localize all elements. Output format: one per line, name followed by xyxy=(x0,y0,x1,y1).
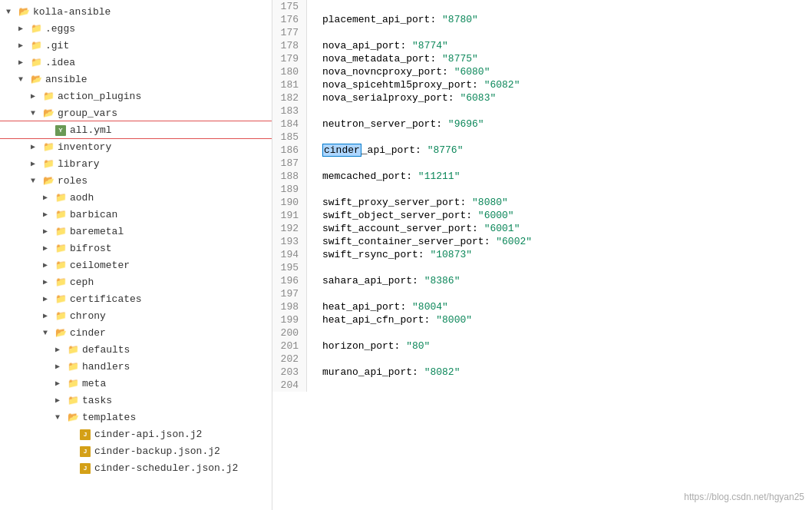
line-content: placement_api_port: "8780" xyxy=(307,13,812,26)
tree-item-baremetal[interactable]: ▶baremetal xyxy=(0,223,272,240)
value-text: "8004" xyxy=(412,301,448,313)
tree-item-ansible[interactable]: ▼ansible xyxy=(0,71,272,88)
code-line-178: 178nova_api_port: "8774" xyxy=(272,39,812,52)
tree-arrow: ▼ xyxy=(6,8,17,16)
tree-label: library xyxy=(58,158,100,170)
key-text: memcached_port: xyxy=(322,171,418,182)
tree-label: aodh xyxy=(70,192,94,204)
tree-item-ceph[interactable]: ▶ceph xyxy=(0,273,272,290)
code-line-203: 203murano_api_port: "8082" xyxy=(272,366,812,379)
tree-arrow: ▶ xyxy=(43,210,54,219)
tree-item-barbican[interactable]: ▶barbican xyxy=(0,206,272,223)
value-text: "8000" xyxy=(436,314,472,326)
tree-arrow: ▶ xyxy=(18,58,29,67)
folder-icon xyxy=(66,361,80,373)
folder-icon xyxy=(54,192,68,204)
tree-arrow: ▶ xyxy=(18,41,29,50)
line-content xyxy=(307,353,812,366)
tree-item-idea[interactable]: ▶.idea xyxy=(0,54,272,71)
line-content xyxy=(307,261,812,274)
value-text: "6083" xyxy=(460,92,496,104)
code-line-197: 197 xyxy=(272,287,812,300)
line-number: 177 xyxy=(272,26,307,39)
tree-item-templates[interactable]: ▼templates xyxy=(0,409,272,426)
tree-item-action_plugins[interactable]: ▶action_plugins xyxy=(0,88,272,104)
tree-item-tasks[interactable]: ▶tasks xyxy=(0,392,272,409)
line-number: 185 xyxy=(272,131,307,144)
key-text: swift_object_server_port: xyxy=(322,210,478,221)
folder-icon xyxy=(66,378,80,389)
line-content: horizon_port: "80" xyxy=(307,339,812,353)
tree-arrow: ▶ xyxy=(31,142,41,151)
tree-item-meta[interactable]: ▶meta xyxy=(0,375,272,392)
line-content: swift_container_server_port: "6002" xyxy=(307,235,812,248)
tree-item-ceilometer[interactable]: ▶ceilometer xyxy=(0,257,272,273)
tree-item-certificates[interactable]: ▶certificates xyxy=(0,290,272,307)
tree-item-chrony[interactable]: ▶chrony xyxy=(0,307,272,324)
key-text: nova_serialproxy_port: xyxy=(322,92,460,104)
code-panel[interactable]: 175 176placement_api_port: "8780"177 178… xyxy=(272,0,812,510)
tree-label: certificates xyxy=(70,293,142,305)
line-content: nova_serialproxy_port: "6083" xyxy=(307,91,812,104)
key-text: heat_api_cfn_port: xyxy=(322,314,436,326)
folder-icon xyxy=(29,74,43,85)
tree-item-roles[interactable]: ▼roles xyxy=(0,172,272,189)
tree-item-cinder-backup.json.j2[interactable]: cinder-backup.json.j2 xyxy=(0,442,272,459)
line-content: swift_account_server_port: "6001" xyxy=(307,222,812,235)
tree-arrow: ▶ xyxy=(43,243,54,253)
tree-arrow: ▼ xyxy=(31,177,41,185)
tree-item-group_vars[interactable]: ▼group_vars xyxy=(0,104,272,121)
tree-arrow: ▶ xyxy=(55,379,66,388)
line-number: 194 xyxy=(272,248,307,261)
folder-icon xyxy=(41,91,55,102)
folder-icon xyxy=(54,277,68,288)
code-line-194: 194swift_rsync_port: "10873" xyxy=(272,248,812,261)
line-number: 176 xyxy=(272,13,307,26)
tree-item-git[interactable]: ▶.git xyxy=(0,37,272,54)
key-text: heat_api_port: xyxy=(322,301,412,313)
tree-arrow: ▶ xyxy=(55,345,66,354)
line-number: 198 xyxy=(272,300,307,313)
tree-item-defaults[interactable]: ▶defaults xyxy=(0,341,272,358)
line-number: 204 xyxy=(272,379,307,392)
tree-label: barbican xyxy=(70,209,117,220)
line-content xyxy=(307,379,812,392)
line-number: 182 xyxy=(272,91,307,104)
code-line-200: 200 xyxy=(272,326,812,339)
line-number: 203 xyxy=(272,366,307,379)
tree-arrow: ▶ xyxy=(31,159,41,168)
tree-label: inventory xyxy=(58,141,111,153)
value-text: "10873" xyxy=(430,249,472,260)
tree-item-all.yml[interactable]: all.yml xyxy=(0,121,272,138)
value-text: "11211" xyxy=(418,171,460,182)
value-text: "8774" xyxy=(412,40,448,51)
tree-arrow: ▶ xyxy=(55,396,66,405)
code-line-188: 188memcached_port: "11211" xyxy=(272,170,812,183)
line-content xyxy=(307,157,812,170)
tree-item-root[interactable]: ▼kolla-ansible xyxy=(0,3,272,20)
folder-icon xyxy=(54,327,68,339)
tree-item-eggs[interactable]: ▶.eggs xyxy=(0,20,272,37)
value-text: "8780" xyxy=(442,14,478,25)
folder-icon xyxy=(29,23,43,35)
tree-item-cinder-scheduler.json.j2[interactable]: cinder-scheduler.json.j2 xyxy=(0,459,272,476)
tree-item-aodh[interactable]: ▶aodh xyxy=(0,189,272,206)
tree-label: meta xyxy=(82,378,106,389)
code-line-175: 175 xyxy=(272,0,812,13)
tree-arrow: ▶ xyxy=(18,24,29,33)
value-text: "8386" xyxy=(424,275,460,286)
line-content: neutron_server_port: "9696" xyxy=(307,118,812,131)
code-line-184: 184neutron_server_port: "9696" xyxy=(272,118,812,131)
tree-arrow: ▶ xyxy=(43,260,54,270)
tree-item-library[interactable]: ▶library xyxy=(0,155,272,172)
key-text: horizon_port: xyxy=(322,340,406,352)
value-text: "6000" xyxy=(478,210,514,221)
tree-item-bifrost[interactable]: ▶bifrost xyxy=(0,240,272,257)
key-text: _api_port: xyxy=(361,144,427,156)
tree-item-cinder[interactable]: ▼cinder xyxy=(0,324,272,341)
tree-item-inventory[interactable]: ▶inventory xyxy=(0,138,272,155)
code-line-180: 180nova_novncproxy_port: "6080" xyxy=(272,65,812,78)
tree-item-handlers[interactable]: ▶handlers xyxy=(0,358,272,375)
tree-item-cinder-api.json.j2[interactable]: cinder-api.json.j2 xyxy=(0,426,272,442)
line-content: heat_api_cfn_port: "8000" xyxy=(307,313,812,326)
